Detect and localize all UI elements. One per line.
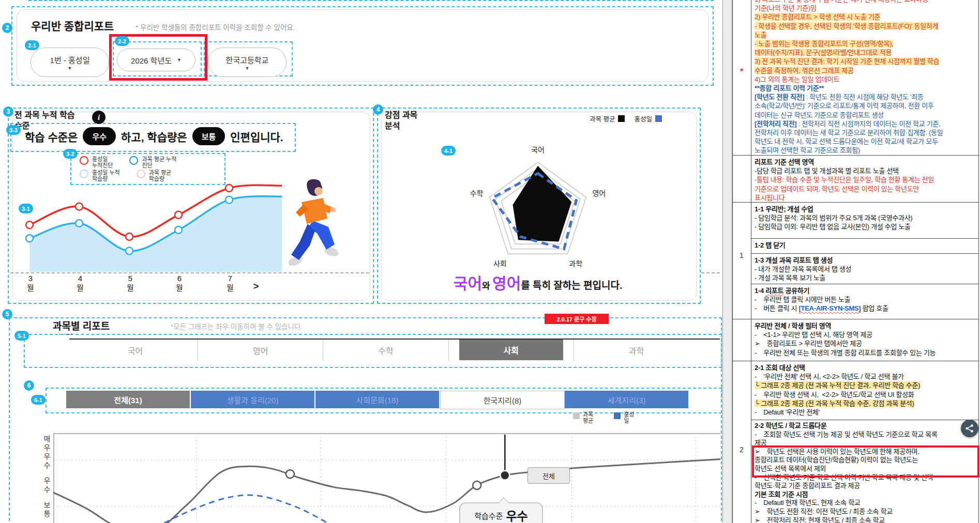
subtab-ethics[interactable]: 생활과 윤리(20) bbox=[191, 391, 315, 408]
series-tag: 전체 bbox=[527, 467, 570, 484]
page-title-note: * 우리반 학생들의 종합리포트 이력을 조회할 수 있어요. bbox=[135, 22, 295, 32]
radar-legend: 과목 평균 홍성일 bbox=[590, 114, 662, 124]
spec-row-1-2: 1-2 탭 닫기 bbox=[755, 241, 977, 250]
strength-subject-2: 영어 bbox=[492, 275, 521, 292]
spec-row-general: 1) 리포트 수준 및 통계 수집 기준은 내가 현재 해당하는 교과과정기준(… bbox=[755, 0, 977, 155]
strength-title-line2: 분석 bbox=[385, 120, 417, 131]
scrollbar-track[interactable] bbox=[722, 0, 732, 523]
x-label-month: 6월 bbox=[171, 274, 188, 293]
chart-legend: 홍성일누적진단 과목 평균 누적진단 bbox=[80, 156, 176, 168]
x-label-month: 3월 bbox=[22, 274, 39, 293]
floating-action-button[interactable] bbox=[961, 420, 978, 437]
x-label-month: 7월 bbox=[221, 274, 239, 293]
ghost-ring-icon bbox=[80, 170, 88, 178]
school-dropdown-value: 한국고등학교 bbox=[226, 54, 269, 65]
summary-post: 인편입니다. bbox=[230, 129, 283, 144]
svg-text:수학: 수학 bbox=[470, 189, 484, 197]
summary-sentence: 학습 수준은 우수 하고, 학습량은 보통 인편입니다. bbox=[25, 127, 283, 145]
radar-legend-average: 과목 평균 bbox=[590, 114, 625, 124]
amount-badge: 보통 bbox=[192, 127, 225, 145]
strength-radar-chart: 국어영어과학사회수학 bbox=[434, 145, 641, 272]
cumulative-title-line1: 전 과목 누적 학습 bbox=[14, 110, 74, 120]
annotation-badge-2-2: 2-2 bbox=[115, 36, 129, 46]
subject-tabbar: 국어 영어 수학 사회 과학 bbox=[73, 340, 699, 361]
x-label-month: 5월 bbox=[122, 274, 139, 293]
gutter-group-1: 1 bbox=[732, 251, 751, 259]
info-icon[interactable]: i bbox=[92, 111, 105, 124]
tooltip-prefix: 학습수준 bbox=[474, 510, 503, 521]
x-label-month: 4월 bbox=[71, 274, 89, 293]
teacher-report-spec-page: 2 우리반 종합리포트 * 우리반 학생들의 종합리포트 이력을 조회할 수 있… bbox=[0, 0, 980, 523]
annotation-badge-5: 5 bbox=[2, 309, 12, 319]
y-axis-labels: 매우우수 우수 보통 다 bbox=[41, 435, 52, 523]
legend-item-average: 과목 평균 누적진단 bbox=[129, 156, 176, 168]
red-ring-icon bbox=[80, 156, 88, 165]
spec-highlight-rect-2 bbox=[752, 445, 979, 478]
subtab-world-geo[interactable]: 세계지리(3) bbox=[565, 391, 689, 408]
tab-korean[interactable]: 국어 bbox=[73, 340, 198, 361]
annotation-badge-6-1: 6-1 bbox=[31, 395, 46, 405]
strength-footer: 국어와 영어를 특히 잘하는 편입니다. bbox=[393, 271, 683, 294]
svg-text:과학: 과학 bbox=[569, 259, 582, 268]
y-label: 우수 bbox=[41, 477, 52, 495]
spec-row-1-3: 1-3 개설 과목 리포트 탭 생성- 내가 개설한 과목 목록에서 탭 생성-… bbox=[755, 256, 977, 283]
tab-math[interactable]: 수학 bbox=[323, 340, 448, 361]
legend-item-student: 홍성일누적진단 bbox=[80, 156, 113, 168]
next-month-arrow[interactable]: > bbox=[253, 281, 259, 292]
chevron-down-icon: ▼ bbox=[245, 66, 250, 71]
spec-row-report-criteria: 리포트 기준 선택 영역-담당 학급 리포트 탭 및 개설과목 별 리포트 노출… bbox=[755, 158, 977, 202]
annotation-badge-4-1: 4-1 bbox=[441, 146, 456, 156]
gray-square-icon bbox=[573, 412, 580, 419]
tab-english[interactable]: 영어 bbox=[198, 340, 323, 361]
tab-social[interactable]: 사회 bbox=[449, 340, 574, 361]
legend-item-student-volume: 홍성일 누적학습량 bbox=[80, 170, 120, 182]
legend-item-average-volume: 과목 평균학습량 bbox=[137, 170, 172, 182]
legend-average: 과목평균 bbox=[573, 411, 593, 424]
cumulative-line-chart bbox=[21, 181, 300, 275]
svg-text:사회: 사회 bbox=[493, 259, 507, 268]
gutter-group-2: 2 bbox=[732, 445, 751, 454]
spec-row-2-1: 2-1 조회 대상 선택- '우리반 전체' 선택 시, <2-2> 학년도 /… bbox=[755, 363, 977, 417]
strength-title-line1: 강점 과목 bbox=[385, 110, 417, 120]
baseline-dashed-right bbox=[701, 272, 720, 273]
subtopic-tabbar: 전체(31) 생활과 윤리(20) 사회문화(18) 한국지리(8) 세계지리(… bbox=[66, 391, 689, 409]
annotation-badge-2: 2 bbox=[2, 23, 12, 33]
annotation-badge-3-1: 3-1 bbox=[19, 204, 33, 213]
spec-row-1-1: 1-1 우리반; 개설 수업- 담임학급 분석: 과목의 범위가 주요 5개 과… bbox=[755, 205, 977, 232]
annotation-badge-2-1: 2-1 bbox=[25, 40, 39, 50]
subtab-culture[interactable]: 사회문화(18) bbox=[315, 391, 440, 408]
subject-report-title: 과목별 리포트 bbox=[53, 318, 110, 332]
spec-row-1-4: 1-4 리포트 공유하기- 우리반 탭 클릭 시에만 버튼 노출- 버튼 클릭 … bbox=[755, 286, 977, 313]
blue-square-icon bbox=[655, 115, 662, 122]
summary-pre: 학습 수준은 bbox=[25, 129, 78, 144]
annotation-badge-3-2: 3-2 bbox=[63, 149, 78, 159]
annotation-badge-3: 3 bbox=[3, 106, 13, 117]
page-title: 우리반 종합리포트 bbox=[31, 18, 114, 33]
radar-legend-student: 홍성일 bbox=[634, 114, 662, 124]
tooltip-value: 우수 bbox=[506, 506, 527, 523]
subject-chart-legend: 과목평균 홍성일 bbox=[573, 411, 635, 424]
score-tooltip: 학습수준 우수 bbox=[459, 502, 543, 523]
clipped-ghost-text: 보기 bbox=[58, 331, 89, 335]
runner-illustration bbox=[282, 178, 339, 274]
clipped-annotation-box bbox=[28, 0, 714, 3]
spec-row-filter-area: 우리반 전체 / 학생 필터 영역- <1-1> 우리반 탭 선택 시, 해당 … bbox=[755, 321, 977, 357]
y-label: 보통 bbox=[41, 501, 52, 519]
student-dropdown[interactable]: 1번 - 홍성일 ▼ bbox=[31, 48, 109, 77]
annotation-badge-5-1: 5-1 bbox=[14, 331, 29, 341]
share-nodes-icon bbox=[965, 424, 974, 433]
annotation-badge-4: 4 bbox=[373, 104, 383, 115]
chevron-down-icon: ▼ bbox=[68, 66, 72, 71]
gutter-asterisk: * bbox=[732, 67, 751, 76]
school-dropdown[interactable]: 한국고등학교 ▼ bbox=[208, 48, 287, 77]
svg-text:영어: 영어 bbox=[592, 189, 606, 197]
revision-badge: 2.0.17 문구 수정 bbox=[545, 314, 609, 324]
summary-mid: 하고, 학습량은 bbox=[121, 129, 187, 144]
strength-subject-1: 국어 bbox=[454, 275, 482, 292]
tab-science[interactable]: 과학 bbox=[574, 340, 699, 361]
svg-text:국어: 국어 bbox=[531, 146, 545, 154]
annotation-badge-6: 6 bbox=[24, 380, 34, 391]
subject-trend-chart bbox=[53, 433, 721, 523]
subtab-korean-geo[interactable]: 한국지리(8) bbox=[440, 391, 565, 409]
subtab-all[interactable]: 전체(31) bbox=[66, 391, 191, 408]
